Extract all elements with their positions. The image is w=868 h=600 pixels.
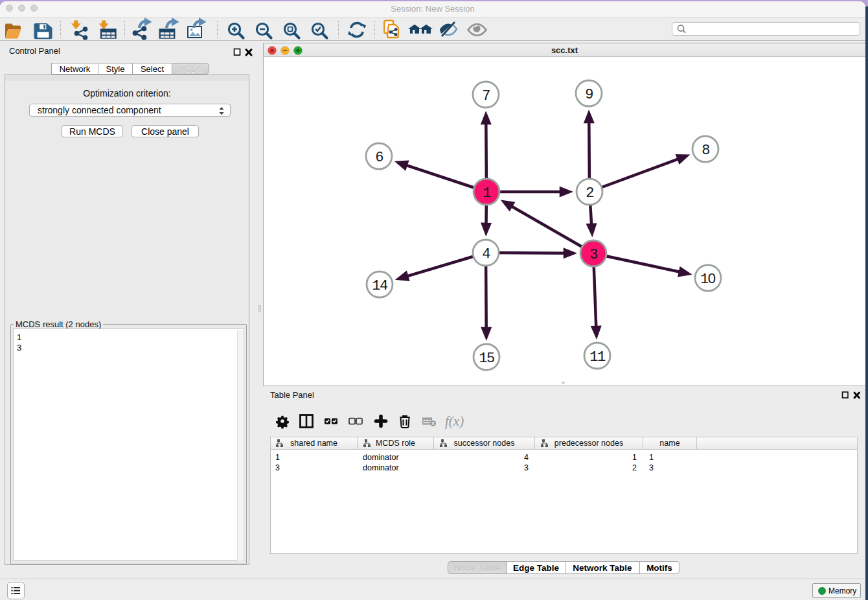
svg-text:3: 3 [589, 246, 597, 262]
svg-text:4: 4 [482, 246, 490, 262]
svg-text:14: 14 [372, 277, 388, 294]
svg-text:6: 6 [375, 149, 383, 165]
svg-text:11: 11 [589, 349, 606, 365]
svg-text:10: 10 [700, 270, 716, 287]
svg-text:15: 15 [479, 350, 494, 366]
svg-text:f(x): f(x) [445, 413, 464, 429]
svg-text:2: 2 [586, 185, 593, 201]
svg-text:9: 9 [585, 86, 593, 102]
svg-text:7: 7 [482, 87, 490, 104]
svg-text:1: 1 [483, 185, 491, 201]
svg-text:8: 8 [702, 142, 709, 158]
